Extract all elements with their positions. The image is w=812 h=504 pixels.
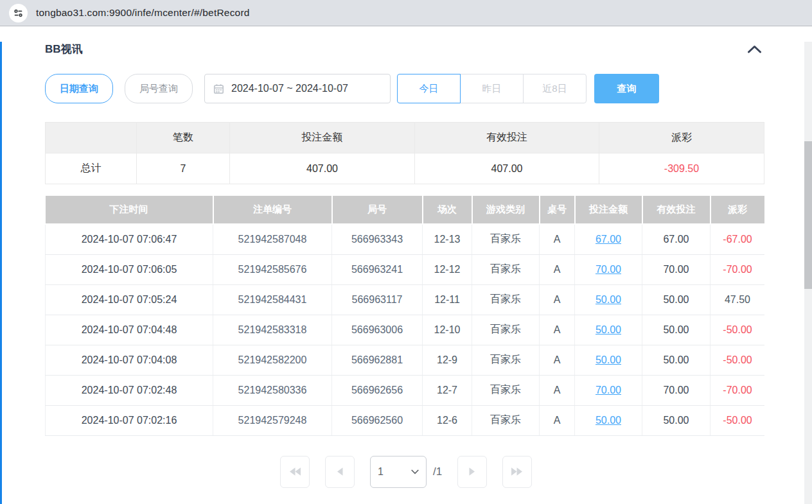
round-number: 566963241: [332, 254, 423, 284]
panel-header: BB视讯: [45, 42, 764, 56]
page-select-value: 1: [378, 466, 384, 478]
summary-header-count: 笔数: [137, 123, 230, 153]
payout-amount: -50.00: [710, 315, 765, 345]
valid-bet: 70.00: [642, 375, 710, 405]
payout-amount: -70.00: [710, 254, 765, 284]
round-number: 566962560: [332, 405, 423, 435]
scrollbar[interactable]: [804, 42, 812, 504]
date-query-tab[interactable]: 日期查询: [45, 74, 113, 103]
bet-id: 521942582200: [213, 345, 332, 375]
summary-count-value: 7: [137, 153, 230, 184]
summary-total-label: 总计: [46, 153, 137, 184]
payout-amount: -67.00: [710, 224, 765, 254]
game-type: 百家乐: [472, 405, 540, 435]
valid-bet: 67.00: [642, 224, 710, 254]
game-type: 百家乐: [472, 284, 540, 315]
table-row: 2024-10-07 07:04:48521942583318566963006…: [46, 315, 765, 345]
round-number: 566962656: [332, 375, 423, 405]
session-number: 12-7: [423, 375, 472, 405]
valid-bet: 70.00: [642, 254, 710, 284]
bet-time: 2024-10-07 07:04:08: [46, 345, 213, 375]
summary-header-row: 笔数 投注金额 有效投注 派彩: [46, 123, 764, 153]
bet-table-header-row: 下注时间 注单编号 局号 场次 游戏类别 桌号 投注金额 有效投注 派彩: [46, 196, 765, 224]
next-page-button[interactable]: [457, 456, 487, 488]
chevron-up-icon: [747, 45, 762, 53]
summary-table: 笔数 投注金额 有效投注 派彩 总计 7 407.00 407.00 -309.…: [45, 122, 764, 184]
table-number: A: [540, 375, 575, 405]
valid-bet: 50.00: [642, 345, 710, 375]
filter-toolbar: 日期查询 局号查询 2024-10-07 ~ 2024-10-07 今日 昨日 …: [45, 74, 764, 103]
round-query-tab[interactable]: 局号查询: [125, 74, 193, 103]
collapse-panel-button[interactable]: [745, 44, 764, 55]
round-number: 566963006: [332, 315, 423, 345]
table-row: 2024-10-07 07:02:16521942579248566962560…: [46, 405, 765, 435]
last-8-days-button[interactable]: 近8日: [523, 74, 587, 103]
bet-amount-link[interactable]: 70.00: [575, 375, 642, 405]
col-payout: 派彩: [710, 196, 765, 224]
col-session: 场次: [423, 196, 472, 224]
bet-time: 2024-10-07 07:06:05: [46, 254, 213, 284]
bet-amount-link[interactable]: 50.00: [575, 315, 642, 345]
bet-id: 521942583318: [213, 315, 332, 345]
session-number: 12-11: [423, 284, 472, 315]
date-range-input[interactable]: 2024-10-07 ~ 2024-10-07: [204, 74, 391, 103]
page-total-label: /1: [433, 465, 442, 478]
arrow-right-icon: [468, 467, 476, 476]
table-row: 2024-10-07 07:06:47521942587048566963343…: [46, 224, 765, 254]
summary-payout-value: -309.50: [599, 153, 764, 184]
scrollbar-thumb[interactable]: [804, 141, 812, 289]
bet-id: 521942580336: [213, 375, 332, 405]
pagination: 1 /1: [0, 456, 812, 488]
page-title: BB视讯: [45, 42, 83, 56]
search-button[interactable]: 查询: [594, 74, 659, 103]
bet-amount-link[interactable]: 50.00: [575, 345, 642, 375]
payout-amount: 47.50: [710, 284, 765, 315]
today-button[interactable]: 今日: [397, 74, 461, 103]
prev-page-button[interactable]: [325, 456, 355, 488]
table-number: A: [540, 315, 575, 345]
last-page-button[interactable]: [502, 456, 532, 488]
bet-table-body: 2024-10-07 07:06:47521942587048566963343…: [46, 224, 765, 435]
bet-id: 521942587048: [213, 224, 332, 254]
bet-time: 2024-10-07 07:06:47: [46, 224, 213, 254]
summary-valid-bet-value: 407.00: [415, 153, 599, 184]
table-number: A: [540, 254, 575, 284]
first-page-button[interactable]: [280, 456, 310, 488]
bet-record-page: BB视讯 日期查询 局号查询 2024-10-07 ~ 2024: [0, 42, 812, 504]
bet-amount-link[interactable]: 67.00: [575, 224, 642, 254]
round-number: 566963343: [332, 224, 423, 254]
table-number: A: [540, 224, 575, 254]
yesterday-button[interactable]: 昨日: [460, 74, 524, 103]
game-type: 百家乐: [472, 254, 540, 284]
session-number: 12-6: [423, 405, 472, 435]
payout-amount: -70.00: [710, 375, 765, 405]
bet-amount-link[interactable]: 50.00: [575, 284, 642, 315]
bet-amount-link[interactable]: 70.00: [575, 254, 642, 284]
bet-amount-link[interactable]: 50.00: [575, 405, 642, 435]
round-number: 566963117: [332, 284, 423, 315]
browser-address-bar[interactable]: tongbao31.com:9900/infe/mcenter/#/betRec…: [0, 0, 812, 26]
double-arrow-right-icon: [511, 467, 524, 476]
col-valid-bet: 有效投注: [642, 196, 710, 224]
arrow-left-icon: [336, 467, 344, 476]
bet-time: 2024-10-07 07:02:16: [46, 405, 213, 435]
site-settings-icon[interactable]: [9, 4, 28, 22]
session-number: 12-9: [423, 345, 472, 375]
left-edge-accent: [0, 42, 2, 504]
address-url[interactable]: tongbao31.com:9900/infe/mcenter/#/betRec…: [36, 7, 250, 19]
game-type: 百家乐: [472, 224, 540, 254]
valid-bet: 50.00: [642, 284, 710, 315]
page-select[interactable]: 1: [370, 456, 427, 488]
col-table-number: 桌号: [540, 196, 575, 224]
summary-total-row: 总计 7 407.00 407.00 -309.50: [46, 153, 764, 184]
bet-records-table: 下注时间 注单编号 局号 场次 游戏类别 桌号 投注金额 有效投注 派彩 202…: [45, 196, 764, 436]
table-row: 2024-10-07 07:04:08521942582200566962881…: [46, 345, 765, 375]
valid-bet: 50.00: [642, 315, 710, 345]
game-type: 百家乐: [472, 345, 540, 375]
bet-time: 2024-10-07 07:05:24: [46, 284, 213, 315]
calendar-icon: [213, 83, 224, 94]
summary-header-blank: [46, 123, 137, 153]
round-number: 566962881: [332, 345, 423, 375]
bet-time: 2024-10-07 07:02:48: [46, 375, 213, 405]
quick-date-group: 今日 昨日 近8日: [397, 74, 587, 103]
